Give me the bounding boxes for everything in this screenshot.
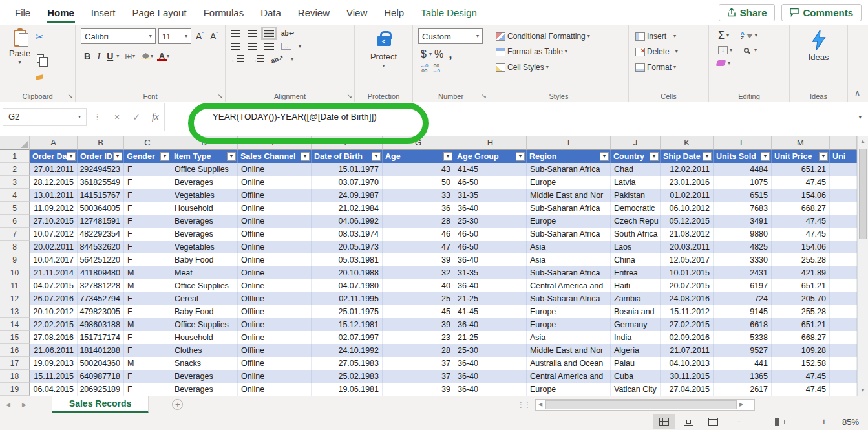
cell[interactable]: 39	[383, 253, 454, 266]
cell[interactable]: 39	[383, 318, 454, 331]
filter-button[interactable]: ▼	[819, 152, 828, 161]
cell[interactable]: 36-40	[454, 253, 527, 266]
merge-center-icon[interactable]: ↔	[281, 43, 291, 50]
cell[interactable]: 651.21	[772, 279, 830, 292]
cell[interactable]: 24.08.2016	[661, 292, 714, 305]
cell[interactable]: 33	[383, 189, 454, 202]
cell[interactable]: 11.09.2012	[30, 202, 78, 215]
cell[interactable]: Sub-Saharan Africa	[527, 202, 611, 215]
increase-font-icon[interactable]: Aˆ	[194, 31, 206, 41]
cell[interactable]: 154.06	[772, 189, 830, 202]
page-layout-view-button[interactable]	[678, 414, 700, 429]
row-header-13[interactable]: 13	[0, 305, 30, 318]
decrease-font-icon[interactable]: Aˇ	[208, 31, 220, 41]
cell[interactable]: 02.07.1997	[312, 331, 383, 344]
cell[interactable]: 9145	[714, 305, 772, 318]
cell[interactable]: 12.05.2017	[661, 253, 714, 266]
cell[interactable]: Pakistan	[611, 189, 661, 202]
cell[interactable]: 6197	[714, 279, 772, 292]
cell[interactable]: 05.12.2015	[661, 215, 714, 228]
collapse-ribbon-icon[interactable]: ∧	[854, 89, 860, 98]
cell[interactable]: 773452794	[78, 292, 124, 305]
cell[interactable]: 41-45	[454, 305, 527, 318]
cell[interactable]: 24.10.1992	[312, 344, 383, 357]
tab-review[interactable]: Review	[290, 1, 338, 24]
cell[interactable]: 4484	[714, 163, 772, 176]
cell[interactable]: Laos	[611, 241, 661, 253]
horizontal-scroll-thumb[interactable]	[545, 400, 737, 409]
cell[interactable]: 25.02.1983	[312, 370, 383, 383]
column-header-C[interactable]: C	[124, 136, 171, 150]
cell[interactable]: 36	[383, 202, 454, 215]
cell[interactable]: 46-50	[454, 176, 527, 189]
tab-file[interactable]: File	[6, 1, 39, 24]
number-dialog-launcher-icon[interactable]: ↘	[482, 92, 487, 100]
cell[interactable]: 109.28	[772, 344, 830, 357]
cell[interactable]: 24.09.1987	[312, 189, 383, 202]
cell[interactable]: Vegetables	[171, 241, 238, 253]
filter-button[interactable]: ▼	[703, 152, 712, 161]
cell[interactable]: F	[124, 189, 171, 202]
cell[interactable]: M	[124, 318, 171, 331]
cell[interactable]: 20.03.2011	[661, 241, 714, 253]
cell[interactable]: 21.07.2011	[661, 344, 714, 357]
font-size-select[interactable]: 11▾	[158, 28, 191, 44]
number-format-select[interactable]: Custom▾	[418, 28, 483, 44]
tab-formulas[interactable]: Formulas	[195, 1, 253, 24]
cell[interactable]: 844532620	[78, 241, 124, 253]
cell[interactable]: 255.28	[772, 305, 830, 318]
alignment-dialog-launcher-icon[interactable]: ↘	[347, 92, 352, 100]
row-header-15[interactable]: 15	[0, 331, 30, 344]
cut-icon[interactable]: ✂	[36, 31, 50, 43]
horizontal-scrollbar[interactable]: ◀ ▶	[535, 399, 755, 411]
cell[interactable]	[830, 241, 857, 253]
cell[interactable]: 36-40	[454, 318, 527, 331]
cell[interactable]: Online	[238, 253, 312, 266]
cell[interactable]: Offline	[238, 357, 312, 370]
cell[interactable]: Offline	[238, 292, 312, 305]
cell[interactable]: 21.11.2014	[30, 266, 78, 279]
zoom-level[interactable]: 85%	[837, 417, 859, 427]
cell[interactable]: 3491	[714, 215, 772, 228]
cell[interactable]: Online	[238, 163, 312, 176]
cell[interactable]: 21-25	[454, 292, 527, 305]
cell[interactable]: Sub-Saharan Africa	[527, 266, 611, 279]
cell[interactable]: M	[124, 266, 171, 279]
cell[interactable]: Offline	[238, 228, 312, 241]
cell[interactable]: 22.02.2015	[30, 318, 78, 331]
cell[interactable]: F	[124, 253, 171, 266]
row-header-19[interactable]: 19	[0, 383, 30, 396]
currency-format-icon[interactable]: $	[418, 48, 429, 60]
row-header-10[interactable]: 10	[0, 266, 30, 279]
cell[interactable]: 43	[383, 163, 454, 176]
cell[interactable]: 21.08.2012	[661, 228, 714, 241]
cell[interactable]: 05.03.1981	[312, 253, 383, 266]
cell[interactable]: Latvia	[611, 176, 661, 189]
cell[interactable]: 36-40	[454, 202, 527, 215]
cell[interactable]: 47.45	[772, 228, 830, 241]
clear-icon[interactable]	[716, 60, 726, 66]
underline-button[interactable]: U	[103, 51, 116, 61]
filter-button[interactable]: ▼	[372, 152, 381, 161]
cell[interactable]	[830, 215, 857, 228]
font-name-select[interactable]: Calibri▾	[81, 28, 156, 44]
cell[interactable]: 292494523	[78, 163, 124, 176]
cell[interactable]: Europe	[527, 176, 611, 189]
cell[interactable]: 6618	[714, 318, 772, 331]
column-header-J[interactable]: J	[611, 136, 661, 150]
cell[interactable]: Democratic	[611, 202, 661, 215]
insert-cells-button[interactable]: Insert▾	[634, 31, 703, 41]
cell[interactable]: 04.06.1992	[312, 215, 383, 228]
cell[interactable]: 36-40	[454, 357, 527, 370]
column-header-L[interactable]: L	[714, 136, 772, 150]
page-break-view-button[interactable]	[703, 414, 725, 429]
cell[interactable]: 19.06.1981	[312, 383, 383, 396]
cell[interactable]: Asia	[527, 331, 611, 344]
filter-button[interactable]: ▼	[160, 152, 169, 161]
cell[interactable]: 50	[383, 176, 454, 189]
row-header-1[interactable]: 1	[0, 150, 30, 163]
copy-button[interactable]: ▾	[36, 54, 50, 63]
align-right-icon[interactable]	[264, 43, 274, 50]
cell[interactable]: Bosnia and	[611, 305, 661, 318]
cell[interactable]	[830, 331, 857, 344]
